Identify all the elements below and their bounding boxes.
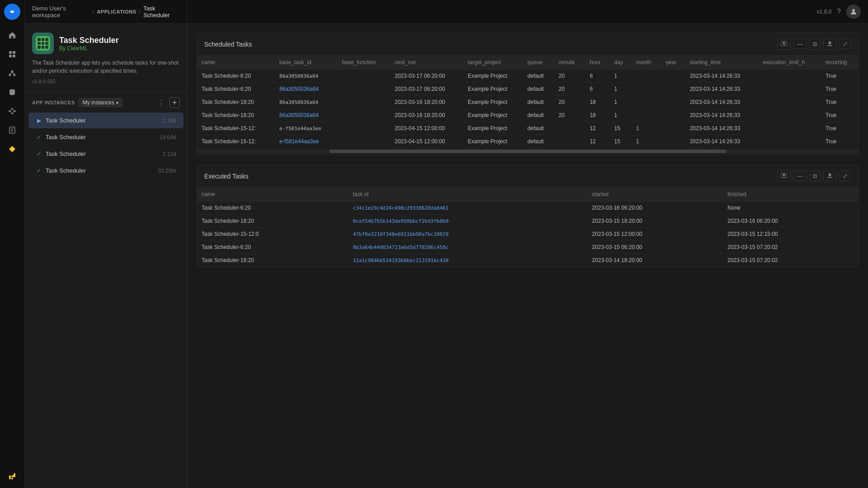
col-base-task-id[interactable]: base_task_id — [275, 56, 338, 70]
instance-name: Task Scheduler — [46, 134, 156, 141]
col-minute[interactable]: minute — [554, 56, 585, 70]
svg-line-16 — [10, 111, 11, 113]
col-exec-name[interactable]: name — [197, 188, 348, 202]
cell-name: Task Scheduler-15-12: — [197, 135, 275, 148]
cell-name: Task Scheduler-6:20 — [197, 241, 348, 254]
cell-recurring: True — [821, 122, 859, 135]
cell-finished: 2023-03-15 07:20:02 — [723, 241, 859, 254]
add-instance-button[interactable]: + — [169, 97, 180, 108]
instance-item[interactable]: ✓ Task Scheduler 1:11d — [28, 146, 183, 162]
minus-button-2[interactable]: — — [793, 171, 807, 181]
col-base-function[interactable]: base_function — [338, 56, 390, 70]
more-options-button[interactable]: ⋮ — [156, 98, 167, 108]
col-task-id[interactable]: task id — [348, 188, 587, 202]
scheduled-tasks-table: name base_task_id base_function next_run… — [197, 56, 859, 148]
col-year[interactable]: year — [661, 56, 685, 70]
cell-starting_time: 2023-03-14 14:26:33 — [685, 135, 759, 148]
cell-target_project: Example Project — [463, 122, 523, 135]
nav-rail — [0, 0, 25, 488]
nav-slack[interactable] — [4, 468, 20, 484]
applications-link[interactable]: APPLICATIONS — [97, 9, 136, 14]
cell-starting_time: 2023-03-14 14:26:33 — [685, 96, 759, 109]
cell-name: Task Scheduler-6:20 — [197, 202, 348, 215]
svg-rect-3 — [9, 55, 12, 57]
col-month[interactable]: month — [632, 56, 662, 70]
workspace-link[interactable]: Demo User's workspace — [32, 5, 90, 19]
table-row[interactable]: Task Scheduler-15-12:e-f581e44aa3ee2023-… — [197, 135, 859, 148]
camera-button-2[interactable] — [777, 170, 791, 182]
scheduled-tasks-header: Scheduled Tasks — ⧉ — [197, 33, 859, 56]
cell-month — [632, 96, 662, 109]
instance-time: 14:04d — [160, 134, 176, 141]
minus-button[interactable]: — — [793, 39, 807, 49]
download-button-2[interactable] — [823, 171, 836, 182]
scrollbar-thumb[interactable] — [329, 150, 726, 153]
nav-datasets[interactable] — [4, 84, 20, 100]
app-description: The Task Scheduler app lets you schedule… — [32, 59, 180, 75]
my-instances-filter[interactable]: My instances ▾ — [79, 98, 122, 107]
help-button[interactable]: ? — [837, 8, 841, 16]
col-recurring[interactable]: recurring — [821, 56, 859, 70]
expand-button-2[interactable]: ⤢ — [839, 171, 851, 181]
expand-button[interactable]: ⤢ — [839, 39, 851, 49]
col-target-project[interactable]: target_project — [463, 56, 523, 70]
cell-finished: 2023-03-15 07:20:02 — [723, 254, 859, 267]
nav-home[interactable] — [4, 27, 20, 43]
table-row[interactable]: Task Scheduler-18:200caf54b765b143de950b… — [197, 215, 859, 228]
cell-finished: 2023-03-16 06:20:00 — [723, 215, 859, 228]
copy-button-2[interactable]: ⧉ — [809, 171, 821, 182]
app-author: By ClearML — [59, 45, 119, 52]
instance-item[interactable]: ✓ Task Scheduler 14:04d — [28, 129, 183, 145]
col-finished[interactable]: finished — [723, 188, 859, 202]
svg-rect-24 — [9, 475, 11, 479]
cell-hour: 12 — [585, 122, 610, 135]
main-content: Scheduled Tasks — ⧉ — [188, 23, 868, 488]
col-execution-limit[interactable]: execution_limit_h — [758, 56, 821, 70]
col-hour[interactable]: hour — [585, 56, 610, 70]
svg-point-7 — [14, 74, 16, 76]
copy-button[interactable]: ⧉ — [809, 39, 821, 50]
cell-queue: default — [523, 109, 554, 122]
cell-month — [632, 109, 662, 122]
cell-base_function — [338, 96, 390, 109]
instance-item[interactable]: ▶ Task Scheduler 1:15d — [28, 113, 183, 128]
download-button[interactable] — [823, 39, 836, 50]
col-starting-time[interactable]: starting_time — [685, 56, 759, 70]
nav-models[interactable] — [4, 65, 20, 81]
instance-time: 1:11d — [163, 151, 176, 157]
table-row[interactable]: Task Scheduler-6:2086a3050036a642023-03-… — [197, 83, 859, 96]
nav-apps[interactable] — [4, 141, 20, 157]
instance-item[interactable]: ✓ Task Scheduler 01:23m — [28, 163, 183, 178]
table-row[interactable]: Task Scheduler-6:20c34c1e29c4d24c498c293… — [197, 202, 859, 215]
camera-button[interactable] — [777, 38, 791, 50]
table-row[interactable]: Task Scheduler-15-12:047bf0a3210f340e691… — [197, 228, 859, 241]
instances-label: APP INSTANCES — [32, 100, 75, 105]
table-row[interactable]: Task Scheduler-18:2086a3050036a642023-03… — [197, 109, 859, 122]
table-row[interactable]: Task Scheduler-6:200b3a64b440034723a6d5d… — [197, 241, 859, 254]
col-name[interactable]: name — [197, 56, 275, 70]
nav-pipelines[interactable] — [4, 103, 20, 119]
cell-starting_time: 2023-03-14 14:26:33 — [685, 83, 759, 96]
nav-reports[interactable] — [4, 122, 20, 138]
col-queue[interactable]: queue — [523, 56, 554, 70]
col-started[interactable]: started — [587, 188, 723, 202]
version-label: v1.8.0 — [816, 9, 831, 15]
svg-rect-30 — [827, 177, 832, 178]
col-next-run[interactable]: next_run — [390, 56, 464, 70]
dot — [38, 46, 41, 49]
svg-rect-1 — [9, 51, 12, 54]
cell-started: 2023-03-14 18:20:00 — [587, 254, 723, 267]
cell-execution_limit_h — [758, 96, 821, 109]
nav-experiments[interactable] — [4, 46, 20, 62]
dot — [38, 42, 41, 45]
cell-target_project: Example Project — [463, 96, 523, 109]
col-day[interactable]: day — [610, 56, 631, 70]
logo-button[interactable] — [4, 4, 20, 20]
cell-year — [661, 135, 685, 148]
user-profile-button[interactable] — [846, 5, 861, 19]
cell-hour: 6 — [585, 83, 610, 96]
scrollbar-track[interactable] — [197, 150, 859, 153]
chevron-down-icon: ▾ — [116, 100, 118, 105]
app-title-text: Task Scheduler By ClearML — [59, 36, 119, 52]
table-row[interactable]: Task Scheduler-18:2011a1c9846b534193b0be… — [197, 254, 859, 267]
